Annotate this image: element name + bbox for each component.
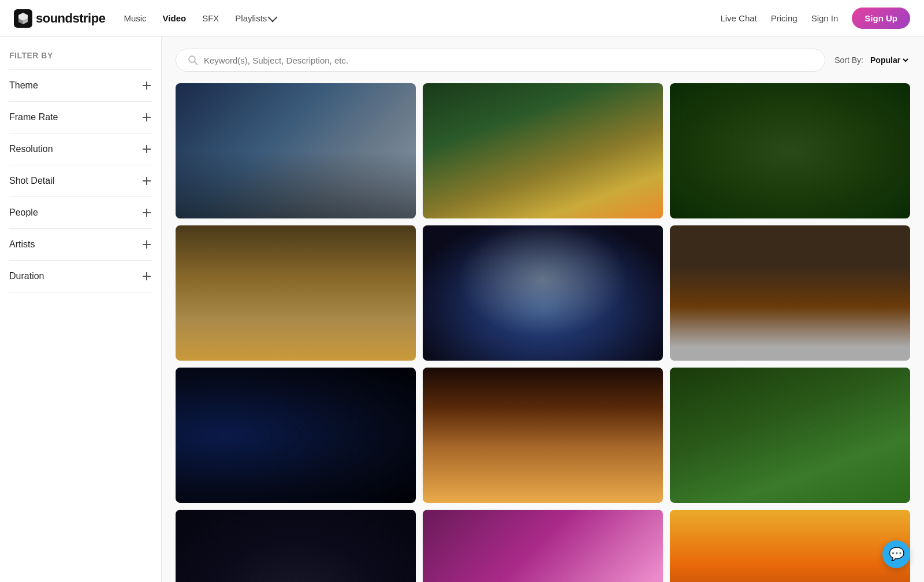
header-right: Live Chat Pricing Sign In Sign Up [720,8,910,29]
shot-detail-plus-icon [141,176,152,186]
sort-select[interactable]: Popular Newest Oldest [868,55,910,65]
video-thumb-3[interactable] [670,83,910,218]
video-thumb-7[interactable] [176,368,416,503]
filter-artists[interactable]: Artists [9,229,152,261]
filter-theme[interactable]: Theme [9,70,152,102]
filter-resolution[interactable]: Resolution [9,134,152,165]
nav-playlists[interactable]: Playlists [235,13,276,23]
svg-line-2 [195,62,198,65]
playlists-chevron-down-icon [268,12,278,22]
video-thumb-11[interactable] [423,510,663,582]
content-area: Sort By: Popular Newest Oldest [162,37,924,582]
video-thumb-10[interactable] [176,510,416,582]
sign-in-link[interactable]: Sign In [811,13,839,23]
filter-duration[interactable]: Duration [9,261,152,292]
main-nav: Music Video SFX Playlists [124,13,720,23]
header: soundstripe Music Video SFX Playlists Li… [0,0,924,37]
frame-rate-plus-icon [141,112,152,123]
people-plus-icon [141,207,152,218]
filter-resolution-label: Resolution [9,144,53,154]
filter-shot-detail[interactable]: Shot Detail [9,165,152,197]
filter-frame-rate-label: Frame Rate [9,112,58,123]
video-thumb-6[interactable] [670,225,910,361]
logo-text: soundstripe [36,11,105,26]
video-thumb-12[interactable] [670,510,910,582]
filter-people[interactable]: People [9,197,152,229]
search-icon [188,55,198,65]
logo[interactable]: soundstripe [14,9,105,28]
resolution-plus-icon [141,144,152,154]
filter-duration-label: Duration [9,271,44,281]
filter-theme-label: Theme [9,80,38,91]
nav-music[interactable]: Music [124,13,146,23]
nav-video[interactable]: Video [163,13,187,23]
video-thumb-2[interactable] [423,83,663,218]
chat-bubble-icon: 💬 [889,547,904,562]
video-thumb-9[interactable] [670,368,910,503]
sign-up-button[interactable]: Sign Up [852,8,910,29]
logo-icon [14,9,32,28]
pricing-link[interactable]: Pricing [771,13,798,23]
sidebar: Filter By Theme Frame Rate Resolution Sh… [0,37,162,582]
filter-shot-detail-label: Shot Detail [9,176,54,186]
search-input[interactable] [204,55,813,65]
video-thumb-1[interactable] [176,83,416,218]
video-grid [176,83,910,582]
chat-bubble-button[interactable]: 💬 [882,540,910,568]
duration-plus-icon [141,271,152,281]
filter-people-label: People [9,207,38,218]
sort-row: Sort By: Popular Newest Oldest [834,55,910,65]
filter-by-title: Filter By [9,51,152,60]
search-bar [176,49,825,72]
nav-sfx[interactable]: SFX [202,13,219,23]
video-thumb-5[interactable] [423,225,663,361]
sort-label: Sort By: [834,55,863,65]
theme-plus-icon [141,80,152,91]
video-thumb-8[interactable] [423,368,663,503]
filter-artists-label: Artists [9,239,35,250]
video-thumb-4[interactable] [176,225,416,361]
live-chat-link[interactable]: Live Chat [720,13,757,23]
main-layout: Filter By Theme Frame Rate Resolution Sh… [0,37,924,582]
search-bar-row: Sort By: Popular Newest Oldest [176,49,910,72]
filter-frame-rate[interactable]: Frame Rate [9,102,152,134]
artists-plus-icon [141,239,152,250]
